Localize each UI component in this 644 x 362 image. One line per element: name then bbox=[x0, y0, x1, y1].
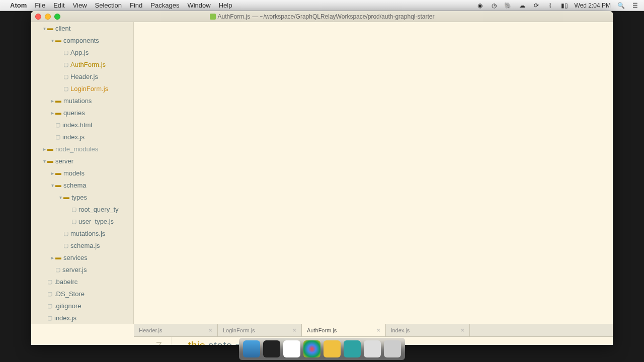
tree-item[interactable]: ▸▬models bbox=[31, 167, 133, 179]
file-icon: ▢ bbox=[55, 266, 60, 273]
folder-icon: ▬ bbox=[47, 157, 53, 164]
tree-item[interactable]: ▾▬types bbox=[31, 191, 133, 203]
close-window-button[interactable] bbox=[35, 14, 41, 20]
tree-item[interactable]: ▢index.js bbox=[31, 131, 133, 143]
folder-icon: ▬ bbox=[47, 25, 53, 32]
gutter: 7891011121314151617181920212223 bbox=[134, 337, 172, 345]
tree-item[interactable]: ▢LoginForm.js bbox=[31, 82, 133, 95]
file-icon: ▢ bbox=[63, 49, 68, 56]
clock[interactable]: Wed 2:04 PM bbox=[575, 2, 611, 9]
tab-LoginForm-js[interactable]: LoginForm.js× bbox=[218, 324, 302, 336]
file-icon: ▢ bbox=[55, 134, 60, 140]
finder-icon[interactable] bbox=[243, 340, 260, 357]
file-icon: ▢ bbox=[55, 122, 60, 128]
menu-find[interactable]: Find bbox=[130, 2, 142, 9]
file-icon: ▢ bbox=[63, 242, 68, 249]
editor-window: AuthForm.js — ~/workspace/GraphQLRelayWo… bbox=[31, 11, 613, 345]
tree-item[interactable]: ▢AuthForm.js bbox=[31, 58, 133, 70]
tree-item[interactable]: ▢server.js bbox=[31, 263, 133, 276]
tree-item[interactable]: ▾▬components bbox=[31, 34, 133, 46]
minimize-window-button[interactable] bbox=[45, 14, 51, 20]
menu-edit[interactable]: Edit bbox=[53, 2, 64, 9]
folder-icon: ▬ bbox=[55, 169, 61, 176]
mac-menubar: Atom File Edit View Selection Find Packa… bbox=[0, 0, 644, 11]
dock[interactable] bbox=[239, 338, 405, 360]
tree-item[interactable]: ▸▬queries bbox=[31, 107, 133, 119]
cloud-icon[interactable]: ☁ bbox=[518, 2, 526, 9]
folder-icon: ▬ bbox=[47, 145, 53, 152]
tree-item[interactable]: ▢.DS_Store bbox=[31, 288, 133, 300]
tree-item[interactable]: ▢App.js bbox=[31, 46, 133, 58]
menu-view[interactable]: View bbox=[73, 2, 87, 9]
file-icon: ▢ bbox=[63, 230, 68, 237]
menu-help[interactable]: Help bbox=[219, 2, 232, 9]
titlebar[interactable]: AuthForm.js — ~/workspace/GraphQLRelayWo… bbox=[31, 11, 613, 22]
close-tab-icon[interactable]: × bbox=[376, 326, 380, 334]
close-tab-icon[interactable]: × bbox=[460, 326, 464, 334]
folder-icon: ▬ bbox=[55, 182, 61, 189]
menu-icon[interactable]: ☰ bbox=[631, 2, 639, 9]
menu-selection[interactable]: Selection bbox=[95, 2, 122, 9]
tab-index-js[interactable]: index.js× bbox=[386, 324, 470, 336]
app-menu[interactable]: Atom bbox=[10, 2, 27, 9]
menu-window[interactable]: Window bbox=[187, 2, 210, 9]
close-tab-icon[interactable]: × bbox=[208, 326, 212, 334]
file-tree[interactable]: ▾▬auth-graphql-starter▾▬client▾▬componen… bbox=[31, 11, 134, 324]
file-icon: ▢ bbox=[71, 206, 76, 213]
tree-item[interactable]: ▸▬services bbox=[31, 251, 133, 263]
tree-item[interactable]: ▾▬server bbox=[31, 155, 133, 167]
menu-file[interactable]: File bbox=[35, 2, 45, 9]
file-icon: ▢ bbox=[63, 73, 68, 80]
window-title: AuthForm.js — ~/workspace/GraphQLRelayWo… bbox=[210, 13, 435, 20]
file-icon: ▢ bbox=[47, 315, 52, 321]
tree-item[interactable]: ▸▬node_modules bbox=[31, 143, 133, 155]
record-icon[interactable]: ◉ bbox=[476, 2, 484, 9]
tree-item[interactable]: ▾▬schema bbox=[31, 179, 133, 191]
tree-item[interactable]: ▢root_query_ty bbox=[31, 203, 133, 215]
tree-item[interactable]: ▢index.js bbox=[31, 312, 133, 324]
app-icon-1[interactable] bbox=[324, 340, 341, 357]
tree-item[interactable]: ▢.babelrc bbox=[31, 276, 133, 288]
app-icon-2[interactable] bbox=[344, 340, 361, 357]
file-icon: ▢ bbox=[47, 303, 52, 309]
file-icon: ▢ bbox=[47, 291, 52, 297]
tab-Header-js[interactable]: Header.js× bbox=[134, 324, 218, 336]
tree-item[interactable]: ▢user_type.js bbox=[31, 215, 133, 227]
folder-icon: ▬ bbox=[55, 254, 61, 261]
messages-icon[interactable] bbox=[283, 340, 300, 357]
file-icon: ▢ bbox=[47, 279, 52, 285]
terminal-icon[interactable] bbox=[263, 340, 280, 357]
tree-item[interactable]: ▢.gitignore bbox=[31, 300, 133, 312]
tree-item[interactable]: ▢schema.js bbox=[31, 239, 133, 251]
sync-icon[interactable]: ⟳ bbox=[532, 2, 540, 9]
menu-packages[interactable]: Packages bbox=[150, 2, 179, 9]
preview-icon[interactable] bbox=[364, 340, 381, 357]
tree-item[interactable]: ▾▬client bbox=[31, 22, 133, 34]
maximize-window-button[interactable] bbox=[54, 14, 60, 20]
tab-bar: Header.js×LoginForm.js×AuthForm.js×index… bbox=[134, 324, 613, 337]
folder-icon: ▬ bbox=[55, 37, 61, 44]
tree-item[interactable]: ▢mutations.js bbox=[31, 227, 133, 239]
spotlight-icon[interactable]: 🔍 bbox=[617, 2, 625, 9]
tree-item[interactable]: ▢index.html bbox=[31, 119, 133, 131]
file-icon: ▢ bbox=[63, 61, 68, 68]
folder-icon: ▬ bbox=[55, 109, 61, 116]
tab-AuthForm-js[interactable]: AuthForm.js× bbox=[302, 324, 386, 336]
file-icon: ▢ bbox=[63, 85, 68, 92]
tree-item[interactable]: ▢Header.js bbox=[31, 70, 133, 82]
close-tab-icon[interactable]: × bbox=[292, 326, 296, 334]
tree-item[interactable]: ▸▬mutations bbox=[31, 95, 133, 107]
evernote-icon[interactable]: 🐘 bbox=[504, 2, 512, 9]
folder-icon: ▬ bbox=[55, 97, 61, 104]
file-icon: ▢ bbox=[71, 218, 76, 225]
js-file-icon bbox=[210, 14, 216, 20]
folder-icon: ▬ bbox=[63, 194, 69, 201]
trash-icon[interactable] bbox=[384, 340, 401, 357]
battery-icon[interactable]: ▮▯ bbox=[560, 2, 569, 9]
wifi-icon[interactable]: ⧙ bbox=[546, 2, 554, 9]
chrome-icon[interactable] bbox=[303, 340, 320, 357]
timer-icon[interactable]: ◷ bbox=[490, 2, 498, 9]
